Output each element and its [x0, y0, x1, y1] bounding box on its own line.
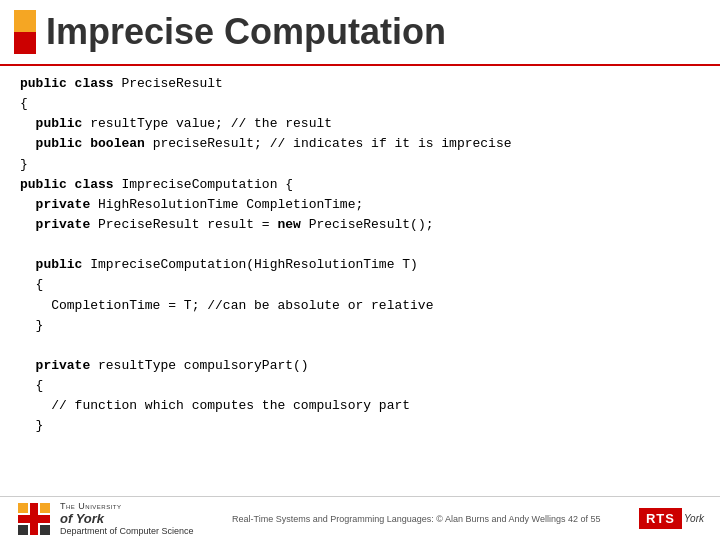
code-block: public class PreciseResult { public resu… — [0, 66, 720, 445]
code-line-1: public class PreciseResult — [20, 74, 700, 94]
code-line-17: // function which computes the compulsor… — [20, 396, 700, 416]
code-line-13: } — [20, 316, 700, 336]
code-line-2: { — [20, 94, 700, 114]
square-bottom — [14, 32, 36, 54]
code-line-16: { — [20, 376, 700, 396]
svg-rect-3 — [40, 503, 50, 513]
svg-rect-1 — [18, 515, 50, 523]
keyword: private — [36, 217, 91, 232]
university-name-top: The University — [60, 501, 194, 511]
keyword: public — [36, 136, 83, 151]
code-line-7: private HighResolutionTime CompletionTim… — [20, 195, 700, 215]
footer-caption: Real-Time Systems and Programming Langua… — [194, 514, 639, 524]
code-line-11: { — [20, 275, 700, 295]
slide-title: Imprecise Computation — [46, 11, 446, 53]
svg-rect-5 — [40, 525, 50, 535]
header-decoration — [14, 10, 36, 54]
code-line-12: CompletionTime = T; //can be absolute or… — [20, 296, 700, 316]
square-top — [14, 10, 36, 32]
code-line-18: } — [20, 416, 700, 436]
code-line-9 — [20, 235, 700, 255]
footer-logo-text: The University of York Department of Com… — [60, 501, 194, 536]
department-name: Department of Computer Science — [60, 526, 194, 536]
code-line-4: public boolean preciseResult; // indicat… — [20, 134, 700, 154]
keyword: boolean — [90, 136, 145, 151]
header: Imprecise Computation — [0, 0, 720, 66]
code-line-8: private PreciseResult result = new Preci… — [20, 215, 700, 235]
university-logo-icon — [16, 501, 52, 537]
footer: The University of York Department of Com… — [0, 496, 720, 540]
footer-caption-text: Real-Time Systems and Programming Langua… — [232, 514, 600, 524]
code-line-10: public ImpreciseComputation(HighResoluti… — [20, 255, 700, 275]
rts-badge: RTS — [639, 508, 682, 529]
footer-right: RTS York — [639, 508, 704, 529]
code-line-15: private resultType compulsoryPart() — [20, 356, 700, 376]
code-line-14 — [20, 336, 700, 356]
keyword: public class — [20, 177, 114, 192]
rts-york-label: York — [684, 513, 704, 524]
code-line-3: public resultType value; // the result — [20, 114, 700, 134]
code-line-6: public class ImpreciseComputation { — [20, 175, 700, 195]
svg-rect-2 — [18, 503, 28, 513]
svg-rect-4 — [18, 525, 28, 535]
keyword: private — [36, 197, 91, 212]
slide: Imprecise Computation public class Preci… — [0, 0, 720, 540]
university-name-bottom: of York — [60, 511, 194, 526]
code-line-5: } — [20, 155, 700, 175]
keyword: public — [36, 116, 83, 131]
keyword: public — [36, 257, 83, 272]
keyword: private — [36, 358, 91, 373]
footer-left: The University of York Department of Com… — [16, 501, 194, 537]
keyword: public class — [20, 76, 114, 91]
keyword: new — [277, 217, 300, 232]
